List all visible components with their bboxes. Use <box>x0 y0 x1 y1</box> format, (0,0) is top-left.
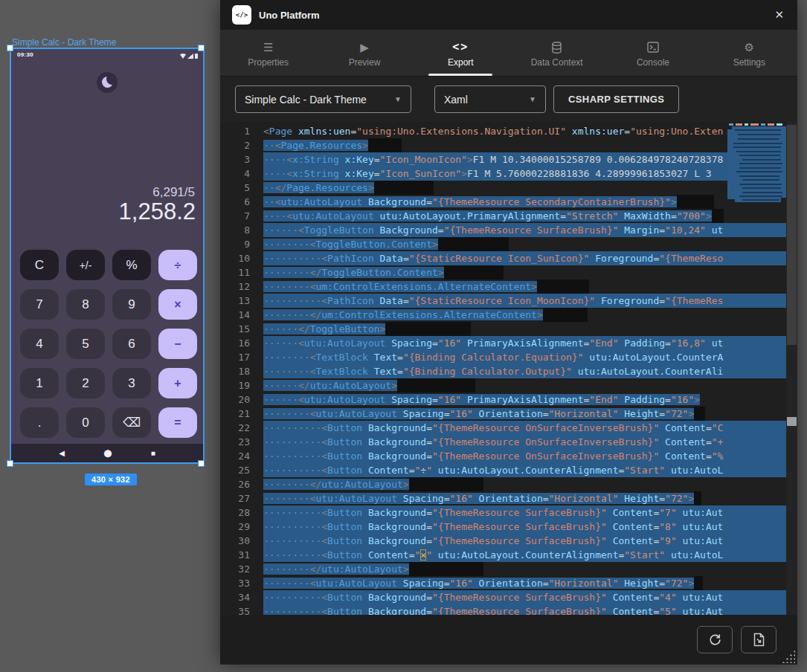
code-line: 33········<utu:AutoLayout Spacing="16" O… <box>220 576 786 590</box>
calc-key-⌫[interactable]: ⌫ <box>112 407 151 438</box>
code-line: 8······<ToggleButton Background="{ThemeR… <box>220 223 786 237</box>
line-number: 2 <box>220 138 250 152</box>
tab-bar: ☰ Properties ▶ Preview <> Export Data Co… <box>220 30 797 77</box>
calc-key-8[interactable]: 8 <box>66 289 105 320</box>
terminal-icon <box>647 41 659 54</box>
code-line: 28··········<Button Background="{ThemeRe… <box>220 505 786 520</box>
line-number: 6 <box>220 195 250 209</box>
code-line: 22··········<Button Background="{ThemeRe… <box>220 421 786 435</box>
uno-platform-window: </> Uno Platform ✕ ☰ Properties ▶ Previe… <box>220 0 797 664</box>
play-icon: ▶ <box>360 41 369 54</box>
code-line: 29··········<Button Background="{ThemeRe… <box>220 520 786 534</box>
minimap-selection <box>727 126 786 202</box>
line-number: 12 <box>220 280 250 294</box>
wifi-icon <box>180 54 186 59</box>
editor-scrollbar[interactable] <box>786 122 797 615</box>
code-line: 19······</utu:AutoLayout> <box>220 378 786 392</box>
selection-handle-br[interactable] <box>198 460 205 467</box>
refresh-button[interactable] <box>697 626 733 653</box>
calc-key-7[interactable]: 7 <box>20 289 59 320</box>
tab-data-context[interactable]: Data Context <box>509 30 605 76</box>
csharp-settings-button[interactable]: CSHARP SETTINGS <box>553 85 679 113</box>
design-canvas[interactable]: Simple Calc - Dark Theme 09:30 6,291/5 1… <box>0 0 220 672</box>
calc-key-4[interactable]: 4 <box>20 329 59 359</box>
minimap[interactable] <box>727 123 786 206</box>
code-line: 17········<TextBlock Text="{Binding Calc… <box>220 350 786 364</box>
calc-key-=[interactable]: = <box>158 407 197 438</box>
line-number: 1 <box>220 124 250 138</box>
line-number: 15 <box>220 322 250 336</box>
calc-key-6[interactable]: 6 <box>112 329 151 359</box>
calc-key-×[interactable]: × <box>158 289 197 320</box>
close-icon[interactable]: ✕ <box>774 8 784 22</box>
calc-key-.[interactable]: . <box>20 407 59 438</box>
code-line: 13··········<PathIcon Data="{StaticResou… <box>220 294 786 308</box>
nav-home-icon[interactable]: ⬤ <box>103 444 112 462</box>
line-number: 5 <box>220 181 250 195</box>
code-line: 10··········<PathIcon Data="{StaticResou… <box>220 251 786 265</box>
file-export-icon <box>753 633 765 647</box>
scrollbar-thumb[interactable] <box>787 125 797 345</box>
calc-key-+/-[interactable]: +/- <box>66 250 105 280</box>
calc-key-9[interactable]: 9 <box>112 289 151 320</box>
export-file-button[interactable] <box>741 626 777 653</box>
code-line: 14········</um:ControlExtensions.Alterna… <box>220 308 786 322</box>
code-icon: <> <box>452 41 469 54</box>
selection-handle-tl[interactable] <box>7 45 13 51</box>
calc-key-−[interactable]: − <box>158 329 197 359</box>
line-number: 27 <box>220 491 250 505</box>
tab-export[interactable]: <> Export <box>413 30 509 76</box>
line-number: 24 <box>220 449 250 463</box>
tab-console[interactable]: Console <box>605 30 701 76</box>
format-dropdown[interactable]: Xaml ▼ <box>434 85 546 113</box>
calc-key-0[interactable]: 0 <box>66 407 105 438</box>
resize-grip[interactable] <box>782 650 795 663</box>
line-number: 23 <box>220 435 250 449</box>
scrollbar-thumb-small[interactable] <box>787 417 797 426</box>
calc-key-+[interactable]: + <box>158 368 197 398</box>
code-line: 23··········<Button Background="{ThemeRe… <box>220 435 786 449</box>
phone-frame[interactable]: 09:30 6,291/5 1,258.2 C+/-%÷789×456−123+… <box>10 48 205 464</box>
line-number: 14 <box>220 308 250 322</box>
frame-label[interactable]: Simple Calc - Dark Theme <box>12 37 116 48</box>
tab-settings[interactable]: ⚙ Settings <box>701 30 797 76</box>
signal-icon <box>187 54 193 59</box>
code-line: 5··</Page.Resources> <box>220 181 786 195</box>
code-editor[interactable]: 1<Page xmlns:uen="using:Uno.Extensions.N… <box>220 122 797 615</box>
theme-dropdown[interactable]: Simple Calc - Dark Theme ▼ <box>235 85 411 113</box>
code-line: 27········<utu:AutoLayout Spacing="16" O… <box>220 491 786 505</box>
code-line: 6··<utu:AutoLayout Background="{ThemeRes… <box>220 195 786 209</box>
calc-key-3[interactable]: 3 <box>112 368 151 398</box>
code-line: 34··········<Button Background="{ThemeRe… <box>220 590 786 604</box>
chevron-down-icon: ▼ <box>520 95 536 103</box>
app-logo-icon: </> <box>232 5 251 25</box>
calculator-keypad: C+/-%÷789×456−123+.0⌫= <box>20 250 197 438</box>
android-navbar: ◀ ⬤ ■ <box>11 444 203 462</box>
bottom-bar <box>220 615 797 665</box>
line-number: 25 <box>220 463 250 477</box>
line-number: 16 <box>220 336 250 350</box>
selection-handle-bl[interactable] <box>7 460 13 467</box>
line-number: 31 <box>220 548 250 562</box>
calc-key-%[interactable]: % <box>112 250 151 280</box>
line-number: 9 <box>220 237 250 251</box>
selection-handle-tr[interactable] <box>198 45 205 51</box>
nav-back-icon[interactable]: ◀ <box>59 444 65 462</box>
theme-toggle-button[interactable] <box>97 72 118 93</box>
line-number: 21 <box>220 407 250 421</box>
calc-key-C[interactable]: C <box>20 250 59 280</box>
code-line: 3····<x:String x:Key="Icon_MoonIcon">F1 … <box>220 152 786 167</box>
tab-preview[interactable]: ▶ Preview <box>316 30 412 76</box>
database-icon <box>551 41 562 54</box>
calc-key-÷[interactable]: ÷ <box>158 250 197 280</box>
code-line: 15······</ToggleButton> <box>220 322 786 336</box>
tab-properties[interactable]: ☰ Properties <box>220 30 316 76</box>
calc-key-5[interactable]: 5 <box>66 329 105 359</box>
code-lines: 1<Page xmlns:uen="using:Uno.Extensions.N… <box>220 124 786 615</box>
calc-key-2[interactable]: 2 <box>66 368 105 398</box>
statusbar-icons <box>180 53 198 59</box>
line-number: 29 <box>220 520 250 534</box>
nav-recents-icon[interactable]: ■ <box>151 444 155 462</box>
line-number: 11 <box>220 265 250 280</box>
calc-key-1[interactable]: 1 <box>20 368 59 398</box>
